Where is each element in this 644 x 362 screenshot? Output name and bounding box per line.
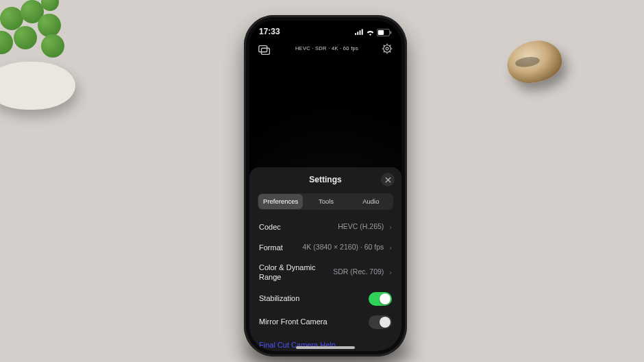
sheet-header: Settings	[249, 173, 401, 188]
clips-icon[interactable]	[258, 43, 273, 58]
row-label: Mirror Front Camera	[259, 317, 327, 326]
wifi-icon	[366, 29, 375, 36]
tab-audio[interactable]: Audio	[349, 193, 393, 210]
svg-rect-8	[262, 48, 270, 54]
svg-point-9	[384, 45, 391, 53]
row-value: HEVC (H.265)	[286, 222, 384, 232]
plant-prop	[0, 0, 103, 110]
row-stabilization: Stabilization	[249, 287, 401, 311]
row-value: SDR (Rec. 709)	[326, 267, 384, 277]
chevron-right-icon: ›	[389, 267, 392, 277]
stabilization-toggle[interactable]	[369, 292, 392, 306]
svg-rect-1	[357, 32, 358, 35]
preferences-list: Codec HEVC (H.265) › Format 4K (3840 × 2…	[249, 215, 401, 334]
svg-rect-2	[360, 30, 361, 35]
tab-tools[interactable]: Tools	[304, 193, 348, 210]
row-label: Format	[259, 243, 283, 252]
shell-prop	[504, 38, 565, 86]
row-mirror-front: Mirror Front Camera	[249, 311, 401, 334]
chevron-right-icon: ›	[389, 243, 392, 252]
row-format[interactable]: Format 4K (3840 × 2160) · 60 fps ›	[249, 237, 401, 258]
recording-spec[interactable]: HEVC · SDR · 4K · 60 fps	[277, 43, 377, 52]
svg-rect-0	[355, 33, 356, 35]
svg-rect-7	[259, 46, 267, 52]
svg-rect-6	[390, 31, 391, 34]
dynamic-island	[296, 25, 355, 38]
svg-rect-5	[378, 30, 384, 35]
phone-frame: 17:33 HEVC · SDR · 4K · 6	[244, 15, 407, 357]
app-top-bar: HEVC · SDR · 4K · 60 fps	[249, 40, 401, 59]
row-color-range[interactable]: Color & Dynamic Range SDR (Rec. 709) ›	[249, 258, 401, 287]
home-indicator[interactable]	[296, 346, 355, 349]
row-label: Stabilization	[259, 293, 299, 303]
row-label: Codec	[259, 222, 281, 232]
status-time: 17:33	[259, 27, 280, 38]
chevron-right-icon: ›	[389, 222, 392, 232]
segmented-tabs: Preferences Tools Audio	[258, 193, 393, 210]
cellular-icon	[355, 29, 364, 36]
sheet-title: Settings	[309, 175, 341, 186]
close-button[interactable]	[381, 173, 395, 186]
row-label: Color & Dynamic Range	[259, 263, 321, 282]
phone-screen: 17:33 HEVC · SDR · 4K · 6	[249, 21, 401, 351]
svg-rect-3	[362, 29, 363, 34]
row-value: 4K (3840 × 2160) · 60 fps	[288, 243, 384, 252]
mirror-toggle[interactable]	[369, 315, 392, 329]
battery-icon	[377, 29, 392, 36]
tab-preferences[interactable]: Preferences	[258, 194, 303, 209]
svg-point-10	[386, 47, 388, 50]
gear-icon[interactable]	[381, 43, 393, 55]
row-codec[interactable]: Codec HEVC (H.265) ›	[249, 217, 401, 237]
settings-sheet: Settings Preferences Tools Audio Codec H…	[249, 167, 401, 351]
